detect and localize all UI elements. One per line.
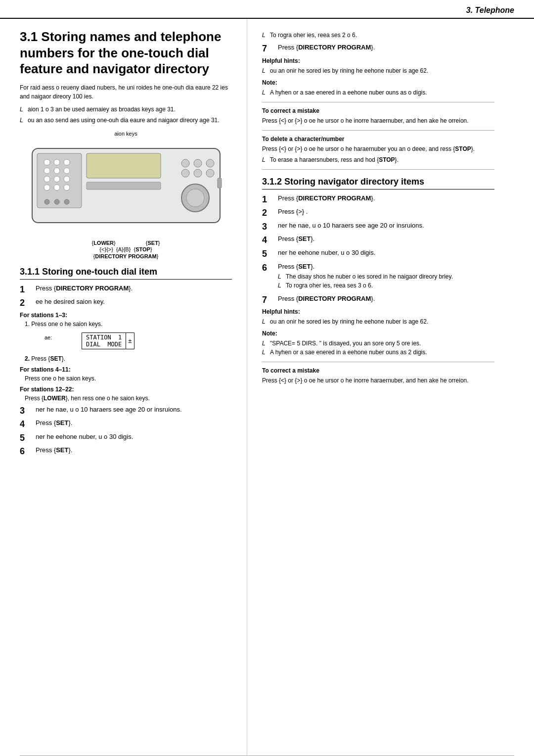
r-step-3-content: ner he nae, u o 10 haraers see age 20 or… xyxy=(278,222,494,229)
r-step-num-3: 3 xyxy=(262,222,276,233)
step-num-1: 1 xyxy=(20,284,34,295)
svg-point-5 xyxy=(44,168,50,174)
r-step-5: 5 ner he eehone nuber, u o 30 digis. xyxy=(262,249,494,260)
svg-point-13 xyxy=(64,185,70,190)
svg-point-26 xyxy=(186,189,204,207)
stations-1-3-label: For stations 1–3: xyxy=(20,312,232,319)
to-correct-heading-2: To correct a mistake xyxy=(262,367,494,374)
intro-bullet-1: aion 1 o 3 an be used aernaiey as broada… xyxy=(20,105,232,114)
step-num-4: 4 xyxy=(20,419,34,430)
ae-label: ae: xyxy=(44,334,55,340)
r-step-num-4: 4 xyxy=(262,235,276,246)
divider-3 xyxy=(262,169,494,170)
step-5-content: ner he eehone nuber, u o 30 digis. xyxy=(36,433,232,440)
to-delete-heading: To delete a character/number xyxy=(262,136,494,142)
step-1-content: Press {DIRECTORY PROGRAM}. xyxy=(36,284,232,292)
r-step-2-content: Press {>} . xyxy=(278,208,494,215)
svg-point-22 xyxy=(181,169,189,177)
step-2: 2 ee he desired saion key. xyxy=(20,298,232,309)
to-correct-heading: To correct a mistake xyxy=(262,107,494,114)
divider-1 xyxy=(262,102,494,102)
svg-point-16 xyxy=(64,199,69,204)
svg-point-4 xyxy=(64,159,70,165)
svg-rect-27 xyxy=(218,178,222,188)
note-bullets-2: "SPACE= 5 DIRS. " is disayed, you an sor… xyxy=(262,339,494,357)
svg-point-20 xyxy=(194,159,202,167)
helpful-hints-label: Helpful hints: xyxy=(262,57,494,64)
r-step-num-5: 5 xyxy=(262,249,276,260)
divider-2 xyxy=(262,130,494,131)
diagram-label-dir: {DIRECTORY PROGRAM} xyxy=(93,253,159,259)
station-display-area: ae: STATION 1DIAL MODE ± xyxy=(44,331,232,351)
svg-point-23 xyxy=(194,169,202,177)
to-correct-text-2: Press {<} or {>} o oe he ursor o he inor… xyxy=(262,376,494,385)
step-num-2: 2 xyxy=(20,298,34,309)
svg-point-2 xyxy=(44,159,50,165)
step-1: 1 Press {DIRECTORY PROGRAM}. xyxy=(20,284,232,295)
diagram-label-nav: {<}{>} {A}{B} {STOP} xyxy=(99,246,152,252)
stations-12-22-text: Press {LOWER}, hen ress one o he saion k… xyxy=(20,394,232,403)
diagram-label-top: aion keys xyxy=(20,131,232,137)
stations-4-11-label: For stations 4–11: xyxy=(20,366,232,373)
right-column: To rogra oher ies, reea ses 2 o 6. 7 Pre… xyxy=(247,19,514,756)
stations-1-3-step: 1. Press one o he saion keys. xyxy=(20,320,232,329)
step-6-content: Press {SET}. xyxy=(36,446,232,454)
main-content: 3.1 Storing names and telephone numbers … xyxy=(0,19,534,756)
svg-point-3 xyxy=(54,159,60,165)
svg-point-12 xyxy=(54,185,60,190)
r-step-1-content: Press {DIRECTORY PROGRAM}. xyxy=(278,194,494,202)
chapter-title: 3.1 Storing names and telephone numbers … xyxy=(20,29,232,77)
svg-rect-18 xyxy=(87,182,161,189)
intro-text: For raid aess o reueny diaed nubers, he … xyxy=(20,83,232,101)
stations-4-11-text: Press one o he saion keys. xyxy=(20,374,232,383)
to-delete-bullets: To erase a haraersnubers, ress and hod {… xyxy=(262,155,494,164)
helpful-hints-label-2: Helpful hints: xyxy=(262,308,494,315)
r-step-3: 3 ner he nae, u o 10 haraers see age 20 … xyxy=(262,222,494,233)
diagram-label-set: {SET} xyxy=(119,240,160,246)
step-7-content: Press {DIRECTORY PROGRAM}. xyxy=(278,44,494,51)
r-step-num-1: 1 xyxy=(262,194,276,205)
svg-point-24 xyxy=(206,169,214,177)
note-label-2: Note: xyxy=(262,330,494,337)
svg-point-15 xyxy=(54,199,59,204)
note-bullets: A hyhen or a sae enered in a eehone nube… xyxy=(262,88,494,97)
left-column: 3.1 Storing names and telephone numbers … xyxy=(0,19,247,756)
step6-extra-bullets: To rogra oher ies, reea ses 2 o 6. xyxy=(262,31,494,40)
svg-point-21 xyxy=(206,159,214,167)
r-step-7-content: Press {DIRECTORY PROGRAM}. xyxy=(278,295,494,302)
r-step6-bullet-2: To rogra oher ies, reea ses 3 o 6. xyxy=(278,281,494,290)
r-step6-bullet-1: The disay shos he nuber o ies sored in h… xyxy=(278,272,494,281)
svg-point-9 xyxy=(54,176,60,182)
step-num-5: 5 xyxy=(20,433,34,444)
r-step-num-7: 7 xyxy=(262,295,276,306)
intro-bullets: aion 1 o 3 an be used aernaiey as broada… xyxy=(20,105,232,125)
svg-point-8 xyxy=(44,176,50,182)
step-num-3: 3 xyxy=(20,406,34,417)
svg-point-11 xyxy=(44,185,50,190)
r-step-4: 4 Press {SET}. xyxy=(262,235,494,246)
subsection1-title: 3.1.1 Storing one-touch dial item xyxy=(20,267,232,280)
diagram-label-lower: {LOWER} xyxy=(91,240,115,246)
station-pm: ± xyxy=(126,333,134,349)
svg-point-10 xyxy=(64,176,70,182)
r-step-6-content: Press {SET}. The disay shos he nuber o i… xyxy=(278,263,494,292)
header-title: 3. Telephone xyxy=(466,6,514,15)
step-2-set: 2. Press {SET}. xyxy=(20,354,232,363)
r-step6-bullets: The disay shos he nuber o ies sored in h… xyxy=(278,272,494,290)
page-header: 3. Telephone xyxy=(0,0,534,19)
helpful-hints-bullets: ou an onir he sored ies by rining he eeh… xyxy=(262,66,494,75)
r-step-num-2: 2 xyxy=(262,208,276,219)
station-inner: STATION 1DIAL MODE xyxy=(82,333,126,349)
to-delete-bullet-1: To erase a haraersnubers, ress and hod {… xyxy=(262,155,494,164)
helpful-hint-2-1: ou an onir he sored ies by rining he eeh… xyxy=(262,317,494,326)
svg-point-6 xyxy=(54,168,60,174)
r-step-7: 7 Press {DIRECTORY PROGRAM}. xyxy=(262,295,494,306)
svg-point-19 xyxy=(181,159,189,167)
r-step-num-6: 6 xyxy=(262,263,276,274)
to-delete-text: Press {<} or {>} o oe he ursor o he hara… xyxy=(262,144,494,153)
device-svg xyxy=(22,139,230,237)
step6-extra-bullet-1: To rogra oher ies, reea ses 2 o 6. xyxy=(262,31,494,40)
step-4: 4 Press {SET}. xyxy=(20,419,232,430)
r-step-6: 6 Press {SET}. The disay shos he nuber o… xyxy=(262,263,494,292)
svg-rect-17 xyxy=(87,153,161,178)
